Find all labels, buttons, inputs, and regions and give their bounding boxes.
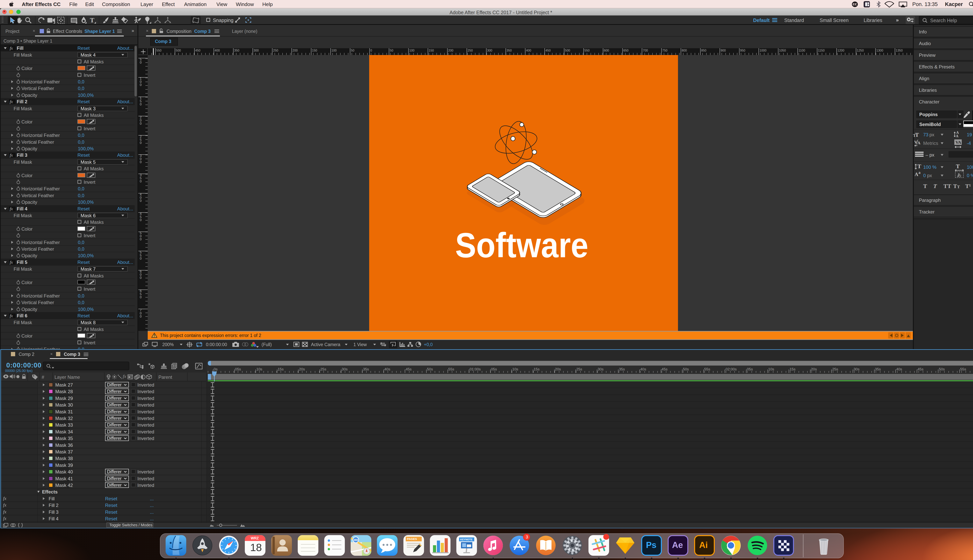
svg-text:PAGES: PAGES	[407, 537, 417, 540]
svg-text:A: A	[956, 134, 958, 138]
svg-text:280: 280	[353, 538, 358, 542]
svg-text:V: V	[914, 140, 917, 145]
svg-text:A: A	[917, 140, 920, 145]
svg-text:Software: Software	[455, 225, 588, 265]
svg-text:A: A	[956, 131, 959, 135]
svg-text:KEYNOTE: KEYNOTE	[460, 538, 473, 541]
